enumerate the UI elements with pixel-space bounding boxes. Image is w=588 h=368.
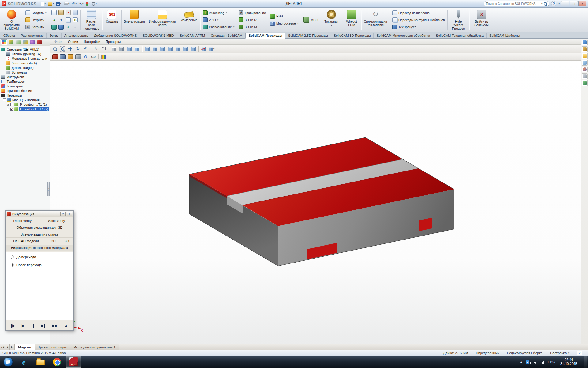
calculate-all-operations-button[interactable]: Расчет всех переходов <box>82 9 100 31</box>
view-bottom-button[interactable] <box>182 46 189 52</box>
sim-play-button[interactable]: ▶ <box>22 324 24 328</box>
tab-solidcam-afrm[interactable]: SolidCAM AFRM <box>177 33 208 38</box>
new-cam-part-button[interactable]: Создать▾ <box>24 10 47 16</box>
dialog-close-button[interactable]: × <box>67 212 72 216</box>
select-button[interactable]: ↖▾ <box>78 1 85 7</box>
tree-item-settings[interactable]: Установки <box>0 70 50 75</box>
operation-checkbox[interactable] <box>10 103 13 106</box>
tab-scroll-left-button[interactable]: ◀ <box>5 344 10 350</box>
featuremanager-tab[interactable] <box>8 39 14 45</box>
view-back-button[interactable] <box>152 46 159 52</box>
tab-solidcam-multiaxis[interactable]: SolidCAM Многоосевая обработка <box>374 33 433 38</box>
view-isometric-button[interactable] <box>190 46 197 52</box>
rebuild-button[interactable]: ▾ <box>85 1 91 7</box>
tray-clock[interactable]: 22:44 31.10.2015 <box>559 358 579 366</box>
appearances-tab[interactable] <box>582 67 588 72</box>
display-wireframe-button[interactable] <box>111 46 118 52</box>
pan-button[interactable] <box>67 46 74 52</box>
custom-properties-tab[interactable] <box>582 73 588 79</box>
open-document-button[interactable]: ▾ <box>47 1 55 7</box>
dialog-titlebar[interactable]: Визуализация ? × <box>6 211 74 217</box>
tree-item-machine[interactable]: Станок (gMilling_3x) <box>0 52 50 56</box>
move-operation-up-icon[interactable]: ▲ <box>51 17 57 22</box>
tree-item-target[interactable]: Деталь (target) <box>0 65 50 70</box>
tab-evaluate[interactable]: Анализировать <box>62 33 91 38</box>
sim-pause-button[interactable] <box>31 324 34 328</box>
mode-2d-button[interactable]: 2D <box>47 238 60 244</box>
display-shaded-edges-button[interactable] <box>126 46 133 52</box>
simulate-operation-icon[interactable] <box>58 25 64 30</box>
new-document-button[interactable]: ▾ <box>40 1 47 7</box>
panel-splitter-grip[interactable]: ◂▸ <box>47 182 50 196</box>
menu-file[interactable]: Файл <box>52 39 65 44</box>
delete-operation-icon[interactable]: × <box>66 10 71 15</box>
hole-wizard-button[interactable]: Hole Wizard Процесс <box>449 9 468 31</box>
machine-setup-icon[interactable] <box>51 25 57 30</box>
radio-before-operation[interactable]: До перехода <box>11 255 68 259</box>
exit-solidcam-button[interactable]: × Выйти из SolidCAM <box>471 9 492 31</box>
tab-layout[interactable]: Расположение <box>18 33 47 38</box>
propertymanager-tab[interactable] <box>15 39 21 45</box>
taskbar-chrome[interactable] <box>49 356 65 368</box>
paste-operation-icon[interactable] <box>58 10 64 15</box>
view-left-button[interactable] <box>159 46 166 52</box>
tab-solidcam-operations[interactable]: SolidCAM Переходы <box>245 33 285 39</box>
box-select-button[interactable] <box>100 46 107 52</box>
solidcam-manager-tab[interactable] <box>1 39 7 45</box>
tab-motion-study[interactable]: Исследование движения 1 <box>70 344 119 350</box>
cad-model-mode-button[interactable]: На CAD Модели <box>6 238 47 244</box>
view-orientation-button[interactable]: ▾ <box>208 46 215 52</box>
view-palette-tab[interactable] <box>582 60 588 66</box>
bluetooth-tray-button[interactable]: B <box>525 360 530 364</box>
tree-item-f-contour[interactable]: + ✓ F_contour1 ...T1 (2) <box>0 107 50 111</box>
menu-options[interactable]: Опции <box>66 39 81 44</box>
operation-info-icon[interactable] <box>66 17 71 22</box>
undo-button[interactable]: ↶▾ <box>71 1 77 7</box>
sim-rest-material-button[interactable] <box>67 54 74 60</box>
taskbar-internet-explorer[interactable]: e <box>16 356 32 368</box>
operation-from-template-button[interactable]: Переход из шаблона <box>391 10 446 16</box>
print-button[interactable]: ▾ <box>63 1 70 7</box>
configuration-selector[interactable]: Настройка▾ <box>546 351 573 355</box>
rapid-verify-button[interactable]: Rapid Verify <box>6 217 40 224</box>
help-search-input[interactable] <box>486 2 540 6</box>
solid-verify-button[interactable]: Solid Verify <box>40 217 74 224</box>
measure-button[interactable]: Измерение <box>179 9 198 31</box>
view-top-button[interactable] <box>175 46 182 52</box>
search-icon[interactable] <box>543 2 547 6</box>
turning-button[interactable]: Токарная ▾ <box>322 9 340 31</box>
tab-model[interactable]: Модель <box>15 344 35 350</box>
tab-scroll-first-button[interactable]: ◀◀ <box>0 344 5 350</box>
tab-solidcam-turning[interactable]: SolidCAM Токарная обработка <box>433 33 486 38</box>
menu-checks[interactable]: Проверки <box>103 39 123 44</box>
generate-gcode-button[interactable]: G01 Создать <box>104 9 120 31</box>
sim-play-from-start-button[interactable]: ▶ <box>11 324 15 328</box>
sim-machine-simulation-button[interactable] <box>59 54 66 60</box>
expand-icon[interactable]: + <box>7 103 9 106</box>
info-card-button[interactable]: Информационная карта <box>149 9 176 31</box>
zoom-area-button[interactable] <box>59 46 66 52</box>
tree-item-tools[interactable]: Инструмент <box>0 75 50 79</box>
tree-item-geometries[interactable]: Геометрии <box>0 84 50 88</box>
graphics-viewport[interactable]: Z X <box>50 61 581 344</box>
sync-revolver-button[interactable]: ↻ Синхронизация Рев.головки <box>363 9 388 31</box>
expand-icon[interactable]: + <box>7 108 9 110</box>
tree-item-coordsys-manager[interactable]: Менеджер Ноля детали <box>0 56 50 61</box>
techprocess-button[interactable]: ТехПроцесс <box>391 24 446 30</box>
model-3d-view[interactable] <box>50 61 581 344</box>
hsm-3d-button[interactable]: 3D HSM <box>238 24 267 30</box>
network-tray-button[interactable] <box>540 360 545 364</box>
tree-item-mac1[interactable]: − Mac 1 (1- Позиция) <box>0 98 50 102</box>
tab-row-scroll-track[interactable] <box>119 344 588 350</box>
sim-stop-button[interactable]: ▲ <box>64 323 68 328</box>
sim-solid-verify-button[interactable] <box>51 54 58 60</box>
volume-tray-button[interactable] <box>533 360 537 364</box>
about-solidcam-button[interactable]: О программе SolidCAM <box>2 9 21 31</box>
recognition-button[interactable]: Распознавание▾ <box>202 24 235 30</box>
tab-assembly[interactable]: Сборка <box>1 33 18 38</box>
gcode-view-button[interactable]: G <box>82 54 89 60</box>
save-button[interactable]: ▾ <box>55 1 62 7</box>
radio-after-operation[interactable]: После перехода <box>11 263 68 267</box>
sim-to-end-button[interactable]: ▶▶ <box>52 324 58 328</box>
move-operation-down-icon[interactable]: ▼ <box>58 17 64 22</box>
